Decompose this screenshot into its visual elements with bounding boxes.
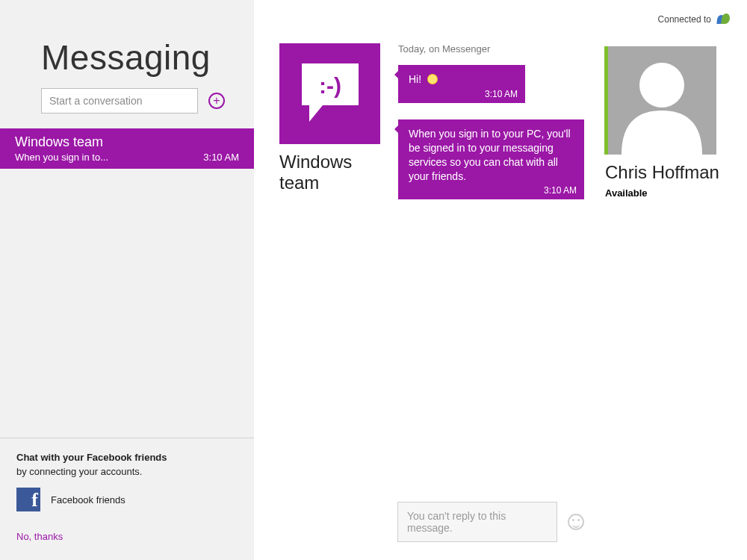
chat-bubble-icon: :-) [296, 63, 365, 125]
conversation-name: Windows team [15, 134, 239, 150]
facebook-icon: f [16, 488, 40, 511]
sender-avatar-tile: :-) [279, 43, 380, 144]
facebook-friends-item[interactable]: f Facebook friends [16, 488, 238, 511]
thread-day-header: Today, on Messenger [398, 43, 584, 55]
sender-name: Windows team [279, 152, 380, 193]
message-text: Hi! [409, 73, 421, 85]
message-text: When you sign in to your PC, you'll be s… [409, 128, 571, 182]
message-bubble: When you sign in to your PC, you'll be s… [398, 119, 584, 200]
messenger-icon [717, 13, 731, 25]
message-time: 3:10 AM [485, 88, 518, 100]
connected-status: Connected to [605, 13, 731, 25]
connected-label: Connected to [658, 14, 711, 25]
message-column: Today, on Messenger Hi! 3:10 AM When you… [380, 43, 584, 560]
app-title: Messaging [0, 0, 254, 88]
conversation-time: 3:10 AM [203, 152, 239, 163]
start-conversation-input[interactable] [41, 88, 198, 113]
smile-emoji-icon [427, 74, 438, 84]
facebook-prompt: Chat with your Facebook friends by conne… [0, 438, 254, 560]
svg-point-1 [639, 63, 684, 108]
reply-row: You can't reply to this message. [397, 502, 584, 542]
facebook-prompt-line2: by connecting your accounts. [16, 466, 238, 477]
message-time: 3:10 AM [544, 184, 577, 196]
conversation-panel: :-) Windows team Today, on Messenger Hi!… [254, 0, 598, 560]
svg-text::-): :-) [319, 73, 341, 98]
sidebar: Messaging Windows team When you sign in … [0, 0, 254, 560]
facebook-no-thanks-link[interactable]: No, thanks [16, 531, 238, 542]
conversation-item[interactable]: Windows team When you sign in to... 3:10… [0, 128, 254, 169]
sender-column: :-) Windows team [279, 43, 380, 560]
emoji-picker-button[interactable] [568, 514, 584, 530]
me-name: Chris Hoffman [605, 162, 731, 183]
facebook-prompt-line1: Chat with your Facebook friends [16, 452, 238, 463]
message-bubble: Hi! 3:10 AM [398, 65, 525, 103]
me-status: Available [605, 187, 731, 199]
me-panel: Connected to Chris Hoffman Available [598, 0, 747, 560]
reply-input: You can't reply to this message. [397, 502, 557, 542]
presence-indicator [604, 46, 608, 155]
add-conversation-button[interactable] [208, 93, 225, 109]
facebook-friends-label: Facebook friends [51, 494, 125, 505]
start-conversation-row [0, 88, 254, 128]
me-avatar[interactable] [608, 46, 716, 155]
avatar-placeholder-icon [608, 46, 716, 155]
